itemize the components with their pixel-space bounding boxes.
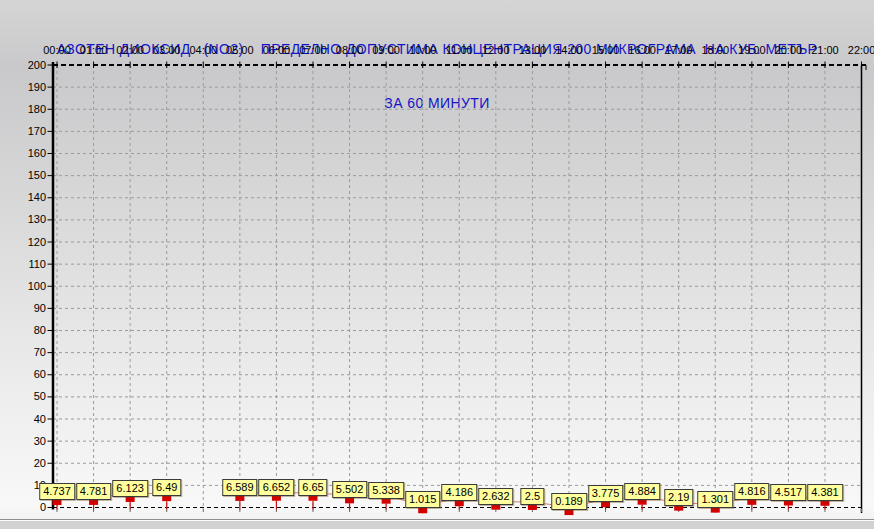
value-label-box: 4.381 [807, 484, 843, 501]
value-label-box: 6.589 [222, 479, 258, 496]
value-label-box: 2.19 [664, 489, 693, 506]
value-label-box: 1.015 [405, 491, 441, 508]
value-label-box: 4.884 [624, 483, 660, 500]
value-label-box: 2.5 [521, 488, 544, 505]
value-label-box: 1.301 [697, 491, 733, 508]
value-label-box: 5.338 [368, 482, 404, 499]
value-label-box: 6.49 [152, 479, 181, 496]
value-label-box: 4.517 [771, 484, 807, 501]
value-label-box: 4.737 [39, 483, 75, 500]
value-label-box: 4.781 [76, 483, 112, 500]
value-label-box: 6.65 [298, 479, 327, 496]
value-label-box: 4.816 [734, 483, 770, 500]
value-label-box: 3.775 [588, 485, 624, 502]
no2-hourly-concentration-chart: АЗОТЕН ДИОКСИД (NO2) ПРЕДЕЛНО ДОПУСТИМА … [0, 0, 874, 529]
value-label-box: 6.123 [112, 480, 148, 497]
value-label-box: 6.652 [259, 479, 295, 496]
bottom-bevel-divider [0, 519, 874, 529]
value-label-box: 4.186 [442, 484, 478, 501]
value-label-box: 5.502 [332, 481, 368, 498]
value-label-box: 2.632 [478, 488, 514, 505]
plot-area [0, 0, 874, 529]
value-label-box: 0.189 [551, 493, 587, 510]
